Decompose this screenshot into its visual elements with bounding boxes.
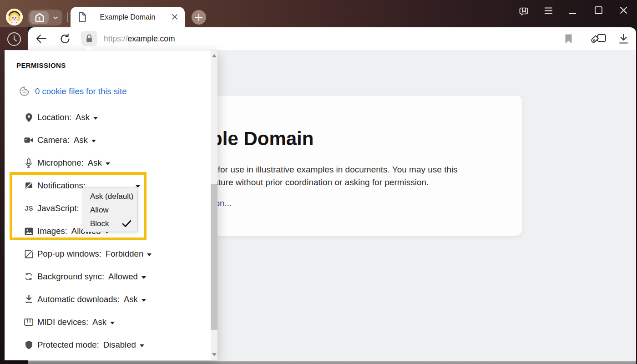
permission-row-popup-windows[interactable]: Pop-up windows: Forbidden [24, 249, 152, 259]
titlebar-separator [67, 12, 68, 22]
panel-heading: PERMISSIONS [16, 61, 66, 69]
toolbar-divider [583, 32, 583, 45]
midi-devices-icon [24, 318, 33, 327]
tab-counter-badge[interactable]: 1 [30, 11, 49, 24]
maximize-button[interactable] [595, 6, 602, 14]
protected-mode-icon [24, 340, 33, 349]
browser-window: 1 Example Domain [0, 0, 637, 364]
popup-windows-icon [24, 249, 33, 258]
back-icon[interactable] [35, 33, 47, 44]
tab-counter-chevron-icon[interactable] [53, 16, 58, 20]
side-panel-icon[interactable] [519, 6, 529, 15]
notifications-icon [24, 181, 33, 190]
images-icon [24, 227, 33, 236]
browser-tab-example-domain[interactable]: Example Domain [71, 7, 185, 27]
chevron-down-icon [140, 344, 144, 347]
menu-icon[interactable] [544, 7, 553, 14]
tab-close-icon[interactable] [171, 13, 179, 21]
extensions-icon[interactable] [591, 33, 607, 46]
history-clock-icon[interactable] [6, 31, 22, 47]
url-host: example.com [128, 34, 175, 44]
background-sync-icon [24, 272, 33, 281]
tab-shape-icon: 1 [34, 12, 45, 23]
cookie-icon [19, 86, 30, 96]
profile-avatar[interactable] [6, 9, 23, 25]
javascript-icon: JS [24, 204, 33, 213]
scrollbar-thumb[interactable] [211, 184, 217, 330]
chevron-down-icon [142, 276, 146, 279]
avatar-illustration [6, 9, 23, 25]
reload-icon[interactable] [59, 33, 71, 45]
dropdown-option-ask-default[interactable]: Ask (default) [83, 190, 137, 203]
camera-icon [24, 136, 33, 145]
permission-row-protected-mode[interactable]: Protected mode: Disabled [24, 340, 144, 350]
permission-row-automatic-downloads[interactable]: Automatic downloads: Ask [24, 294, 146, 304]
permission-row-camera[interactable]: Camera: Ask [24, 135, 96, 145]
dropdown-option-allow[interactable]: Allow [83, 203, 137, 217]
chevron-down-icon [106, 162, 110, 165]
lock-icon [85, 34, 93, 43]
scroll-down-arrow-icon[interactable] [212, 353, 217, 356]
svg-text:1: 1 [38, 15, 41, 21]
permission-row-midi-devices[interactable]: MIDI devices: Ask [24, 317, 115, 327]
chevron-down-icon [147, 253, 152, 256]
address-toolbar: https://example.com [28, 27, 636, 50]
window-bottom-edge [28, 361, 636, 364]
url-scheme: https:// [104, 34, 128, 44]
address-bar[interactable]: https://example.com [104, 27, 175, 50]
downloads-icon[interactable] [618, 33, 629, 44]
checkmark-icon [122, 220, 131, 228]
bookmark-icon[interactable] [565, 34, 572, 44]
chevron-down-icon [91, 140, 96, 142]
tab-title: Example Domain [100, 13, 156, 21]
chevron-down-icon [110, 322, 115, 324]
chevron-down-icon [142, 299, 146, 302]
permission-row-background-sync[interactable]: Background sync: Allowed [24, 272, 146, 282]
chevron-down-icon [93, 117, 98, 120]
permission-row-microphone[interactable]: Microphone: Ask [24, 158, 110, 168]
notifications-dropdown-menu: Ask (default) Allow Block [83, 187, 138, 232]
minimize-button[interactable] [569, 13, 576, 15]
scroll-up-arrow-icon[interactable] [212, 54, 217, 57]
microphone-icon [24, 158, 33, 167]
dropdown-option-block[interactable]: Block [83, 217, 137, 231]
cookie-files-link[interactable]: 0 cookie files for this site [35, 86, 127, 96]
location-icon [24, 113, 33, 122]
tab-counter[interactable]: 1 [28, 10, 62, 25]
permission-row-location[interactable]: Location: Ask [24, 112, 98, 122]
panel-anchor-arrow [85, 46, 93, 50]
page-favicon-icon [78, 11, 87, 23]
new-tab-button[interactable] [192, 10, 206, 25]
panel-scrollbar[interactable] [211, 51, 217, 360]
automatic-downloads-icon [24, 295, 33, 304]
titlebar: 1 Example Domain [0, 0, 637, 27]
cookie-files-row[interactable]: 0 cookie files for this site [19, 86, 127, 96]
close-window-button[interactable] [620, 6, 627, 14]
site-security-badge[interactable] [81, 31, 97, 46]
